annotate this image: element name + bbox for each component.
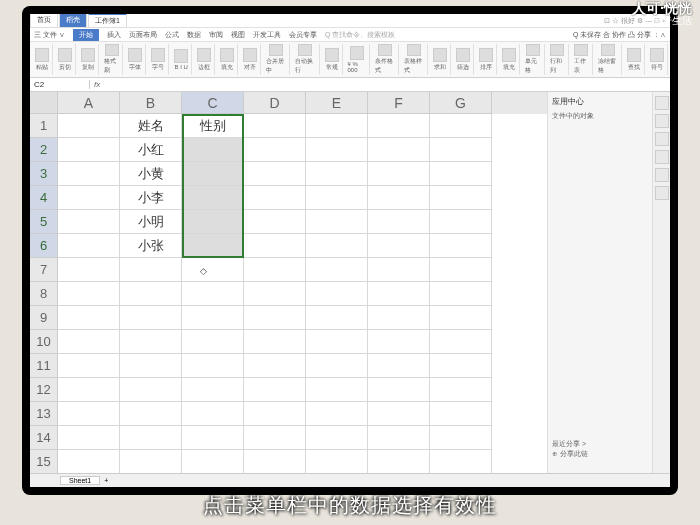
cell[interactable] [306,282,368,306]
sidepane-footer1[interactable]: 最近分享 > [552,439,586,449]
cell[interactable] [58,138,120,162]
cell[interactable] [368,426,430,450]
cell[interactable] [58,186,120,210]
cell[interactable] [430,234,492,258]
cell[interactable] [430,210,492,234]
menu-start[interactable]: 开始 [73,29,99,41]
cell[interactable] [120,450,182,473]
row-header[interactable]: 14 [30,426,58,450]
cell[interactable] [430,378,492,402]
cell[interactable] [306,306,368,330]
col-header[interactable]: B [120,92,182,114]
file-menu[interactable]: 三 文件 ∨ [34,30,65,40]
menu-member[interactable]: 会员专享 [289,30,317,40]
cell[interactable] [430,138,492,162]
ribbon-group[interactable]: 条件格式 [372,44,399,75]
cell[interactable] [430,354,492,378]
ribbon-group[interactable]: 对齐 [240,44,261,75]
menu-right[interactable]: Q 未保存 合 协作 凸 分享 ：∧ [573,30,666,40]
cell[interactable]: 性别 [182,114,244,138]
cell[interactable] [306,378,368,402]
cell[interactable]: 姓名 [120,114,182,138]
menu-view[interactable]: 视图 [231,30,245,40]
cell[interactable] [120,378,182,402]
side-icon[interactable] [655,132,669,146]
cell[interactable] [182,306,244,330]
cell[interactable] [368,378,430,402]
col-header[interactable]: E [306,92,368,114]
col-header[interactable]: G [430,92,492,114]
side-icon[interactable] [655,168,669,182]
cell[interactable] [244,354,306,378]
col-header[interactable]: A [58,92,120,114]
row-header[interactable]: 4 [30,186,58,210]
ribbon-group[interactable]: 合并居中 [263,44,290,75]
ribbon-group[interactable]: 表格样式 [401,44,428,75]
cell[interactable] [244,258,306,282]
cell[interactable] [182,378,244,402]
cell[interactable] [306,450,368,473]
row-header[interactable]: 10 [30,330,58,354]
cell[interactable] [58,378,120,402]
cell[interactable] [430,330,492,354]
ribbon-group[interactable]: 字号 [148,44,169,75]
cell[interactable] [244,162,306,186]
menu-data[interactable]: 数据 [187,30,201,40]
cell[interactable] [368,306,430,330]
cell[interactable] [306,138,368,162]
cell[interactable] [58,450,120,473]
cell[interactable] [430,402,492,426]
cell[interactable] [244,306,306,330]
row-header[interactable]: 2 [30,138,58,162]
row-header[interactable]: 9 [30,306,58,330]
ribbon-group[interactable]: 工作表 [571,44,593,75]
cell[interactable] [58,426,120,450]
fx-label[interactable]: fx [90,80,104,89]
cell[interactable] [244,402,306,426]
menu-insert[interactable]: 插入 [107,30,121,40]
cell[interactable] [58,402,120,426]
cell[interactable] [58,258,120,282]
cell[interactable] [430,258,492,282]
cell[interactable] [58,234,120,258]
cell[interactable] [58,330,120,354]
cell[interactable] [182,402,244,426]
ribbon-group[interactable]: 填充 [499,44,520,75]
ribbon-group[interactable]: 常规 [322,44,343,75]
cell[interactable] [244,450,306,473]
col-header[interactable]: C [182,92,244,114]
ribbon-group[interactable]: 边框 [194,44,215,75]
cell[interactable] [368,330,430,354]
cell[interactable] [368,282,430,306]
tab-doc[interactable]: 稻壳 [59,14,87,28]
cell[interactable] [368,258,430,282]
cell[interactable] [306,354,368,378]
cell[interactable] [368,234,430,258]
menu-search[interactable]: Q 查找命令、搜索模板 [325,30,395,40]
ribbon-group[interactable]: 查找 [624,44,645,75]
cell[interactable] [120,330,182,354]
cell[interactable] [306,114,368,138]
cell[interactable] [244,234,306,258]
cell[interactable] [58,114,120,138]
ribbon-group[interactable]: 粘贴 [32,44,53,75]
cell[interactable] [368,354,430,378]
name-box[interactable]: C2 [30,80,90,89]
cell[interactable] [58,282,120,306]
cell[interactable] [120,426,182,450]
cell[interactable] [368,114,430,138]
cell[interactable] [182,282,244,306]
ribbon-group[interactable]: 剪切 [55,44,76,75]
cell[interactable] [368,186,430,210]
cell[interactable] [120,306,182,330]
row-header[interactable]: 3 [30,162,58,186]
row-header[interactable]: 11 [30,354,58,378]
cell[interactable] [182,234,244,258]
cell[interactable] [430,426,492,450]
ribbon-group[interactable]: 格式刷 [101,44,123,75]
side-icon[interactable] [655,96,669,110]
menu-layout[interactable]: 页面布局 [129,30,157,40]
tab-workbook[interactable]: 工作簿1 [88,14,127,28]
row-header[interactable]: 8 [30,282,58,306]
tab-home[interactable]: 首页 [30,14,58,28]
